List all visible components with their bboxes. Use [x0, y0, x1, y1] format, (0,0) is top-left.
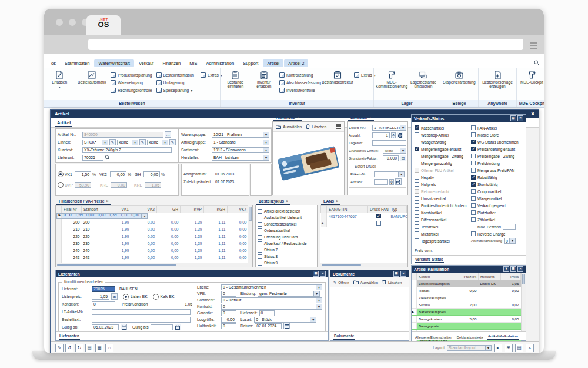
checkbox[interactable] [471, 161, 476, 165]
loeschen-button[interactable]: Löschen [382, 280, 402, 284]
col-vk7[interactable]: VK7 [228, 206, 249, 213]
vpe-field[interactable]: 0 [221, 291, 236, 297]
status-checkbox-row[interactable]: Kassenartikel [415, 124, 470, 131]
extras-inventur-button[interactable]: Extras▾ [354, 72, 372, 78]
edit-icon[interactable]: ✎ [169, 139, 176, 145]
status-checkbox-row[interactable]: Menge ganzzahlig [415, 160, 470, 167]
status-checkbox-row[interactable]: Mobile Store [471, 131, 524, 138]
menu-item[interactable]: os [47, 59, 60, 67]
col-gh[interactable]: GH [157, 206, 181, 213]
footer-icon-button[interactable]: ▤ [515, 344, 523, 352]
bestellzyklus-checkbox-row[interactable]: Sonderbestellartikel [258, 221, 315, 227]
status-checkbox-row[interactable]: Preisänderung erlaubt [471, 145, 524, 152]
uvp-radio[interactable] [58, 182, 64, 188]
col-herkunft[interactable]: Herkunft [479, 273, 501, 280]
menu-item[interactable]: Administration [202, 59, 239, 67]
checkbox[interactable] [415, 168, 419, 173]
status-checkbox-row[interactable]: Mengeneingabe - Zwang [415, 152, 470, 160]
warengruppe-select[interactable]: 10/21 - Pralinen [212, 132, 269, 138]
close-icon[interactable]: × [286, 199, 288, 203]
maximize-icon[interactable]: ⊞ [510, 266, 516, 272]
checkbox[interactable] [258, 209, 262, 214]
status-checkbox-row[interactable]: Nullpreis [415, 181, 470, 188]
close-icon[interactable]: × [297, 115, 299, 120]
menu-item[interactable]: Verkauf [135, 59, 158, 67]
kre1-field[interactable]: 0,00 [111, 182, 127, 188]
edit-icon[interactable]: ✎ [139, 139, 146, 145]
status-checkbox-row[interactable]: Waagenzwang [415, 138, 470, 145]
menu-item[interactable]: MIS [185, 59, 201, 67]
uvp-field[interactable]: 59,90 [75, 182, 91, 188]
footer-icon-button[interactable]: ↺ [65, 344, 74, 352]
inventur-erfassen-button[interactable]: Inventur erfassen [250, 69, 278, 88]
col-vk2[interactable]: VK2 [131, 206, 157, 213]
col-prozent[interactable]: Prozent [459, 273, 479, 280]
kalkulation-row[interactable]: Listeneinkaufspreis Listen-EK 1,05 [412, 280, 521, 287]
kalkulation-row[interactable]: Skonto 2,00 0,02 [412, 301, 521, 309]
checkbox[interactable] [471, 154, 476, 158]
max-bestand-field[interactable] [503, 224, 516, 230]
status-checkbox-row[interactable]: Preiseingabe - Zwang [471, 152, 524, 160]
kalkulation-row[interactable]: Rabatt 0,00 0,00 [412, 287, 521, 294]
abschlusserfassung-button[interactable]: Abschlusserfassung [279, 80, 321, 85]
dropdown-icon[interactable]: ▾ [503, 266, 509, 272]
status-checkbox-row[interactable]: Skontofähig [471, 181, 524, 188]
close-icon[interactable]: × [517, 115, 523, 121]
checkbox[interactable] [471, 231, 476, 236]
checkbox[interactable] [258, 261, 262, 266]
bestellautomatik-button[interactable]: Bestellautomatik [74, 69, 109, 84]
kalk-ek-radio[interactable] [153, 294, 159, 300]
scroll-thumb[interactable] [249, 207, 252, 221]
lieferant-field[interactable]: 70025 [82, 155, 103, 161]
status-checkbox-row[interactable]: Negativ [415, 174, 470, 181]
extras-bestellwesen-button[interactable]: Extras▾ [201, 72, 218, 78]
close-icon[interactable]: × [106, 199, 108, 203]
window-control-dot[interactable] [69, 19, 76, 26]
calendar-icon[interactable] [121, 324, 127, 330]
kontrollzaehlung-button[interactable]: Kontrollzählung [279, 72, 321, 78]
vertical-scrollbar[interactable] [521, 273, 526, 333]
druck-fan-checkbox[interactable] [376, 214, 381, 218]
checkbox[interactable] [471, 189, 476, 194]
status-checkbox-row[interactable]: Webshop-Artikel [415, 131, 470, 138]
losgroesse-field[interactable]: 0,00 [221, 317, 236, 323]
status-checkbox-row[interactable]: Mengeneingabe erlaubt [415, 145, 470, 152]
checkbox[interactable] [471, 125, 476, 130]
search-icon[interactable] [105, 155, 110, 161]
gh-field[interactable]: 0,00 [143, 171, 160, 177]
menu-item[interactable]: Stammdaten [61, 59, 94, 67]
checkbox[interactable] [415, 140, 419, 144]
status-checkbox-row[interactable]: Retouren erlaubt [415, 188, 470, 195]
ebene-select[interactable]: 0 - Gesamtunternehmen [221, 284, 322, 290]
status-checkbox-row[interactable]: Waagenartikel [471, 195, 524, 202]
checkbox[interactable] [258, 228, 262, 233]
checkbox[interactable] [415, 203, 419, 208]
sd-anzahl-field[interactable] [374, 179, 388, 185]
footer-icon-button[interactable]: ✎ [55, 344, 64, 352]
maximize-icon[interactable]: ⊞ [393, 271, 399, 277]
bestellzyklus-checkbox-row[interactable]: Abverkauf / Restbestände [258, 240, 315, 247]
maximize-icon[interactable]: ⊞ [510, 115, 516, 121]
tab-eans[interactable]: EANs× [321, 199, 340, 205]
vertical-scrollbar[interactable] [248, 205, 252, 267]
anzahl-field[interactable]: 1 [372, 132, 390, 138]
sd-etikett-nr-select[interactable] [374, 171, 405, 177]
col-ean-gtin[interactable]: EAN/GTIN [327, 206, 368, 213]
grundpreis-einheit-select[interactable]: keine [383, 148, 406, 154]
close-icon[interactable]: × [336, 199, 338, 203]
kalkulation-tab[interactable]: Artikel-Kalkulation [487, 334, 519, 340]
grundpreis-faktor-field[interactable]: 0,000 [383, 155, 399, 161]
stepper[interactable]: ▴▾ [389, 179, 394, 185]
status-checkbox-row[interactable]: Kombiartikel [415, 209, 470, 216]
tab-artikelbild[interactable]: Artikelbild× [273, 115, 302, 121]
auswaehlen-button[interactable]: Auswählen [353, 280, 378, 284]
status-checkbox-row[interactable]: FAN-Artikel [471, 124, 524, 131]
status-checkbox-row[interactable]: Platzhalter [471, 209, 524, 216]
table-row[interactable]: 200 200 1,99 0,00 0,00 1,39 1,11 0,00 [56, 219, 249, 226]
tab-lieferanten[interactable]: Lieferanten [59, 334, 80, 340]
tab-dokumente[interactable]: Dokumente [333, 334, 355, 340]
checkbox[interactable] [415, 210, 419, 215]
menu-item[interactable]: Warenwirtschaft [94, 59, 134, 67]
browse-button[interactable]: … [165, 131, 171, 138]
col-druck-fan[interactable]: Druck FAN [368, 206, 389, 213]
